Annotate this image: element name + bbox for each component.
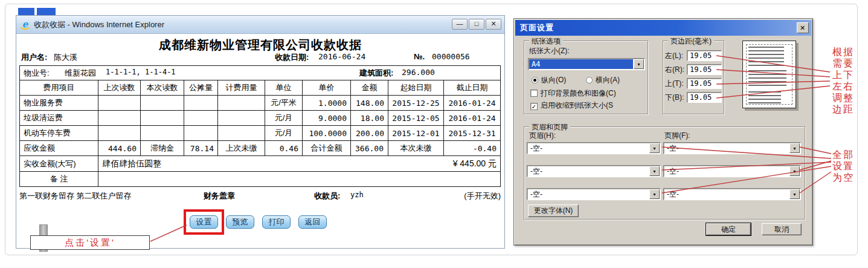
- margin-field-row: 左(L):: [665, 50, 722, 61]
- table-cell: 2015-12-01: [388, 126, 444, 141]
- margin-input[interactable]: [687, 50, 722, 61]
- checkbox-checked-icon[interactable]: ✓: [530, 103, 538, 110]
- margin-input[interactable]: [687, 64, 722, 75]
- annotation-line: 根据: [832, 46, 854, 57]
- table-cell: 366.00: [351, 141, 388, 156]
- area-label: 建筑面积:: [359, 68, 393, 79]
- table-cell: 9.0000: [303, 111, 351, 126]
- table-cell: 机动车停车费: [20, 126, 98, 141]
- print-background-label: 打印背景颜色和图像(C): [541, 89, 616, 97]
- header-select[interactable]: -空-▼: [527, 165, 661, 177]
- paper-size-select[interactable]: A4 ▼: [528, 58, 645, 70]
- ok-button[interactable]: 确定: [706, 223, 751, 235]
- column-header: 上次读数: [98, 80, 141, 96]
- shrink-to-fit-checkbox[interactable]: ✓启用收缩到纸张大小(S: [530, 100, 613, 111]
- receipt-no-label: №.: [414, 52, 425, 61]
- table-cell: 1.0000: [303, 96, 351, 111]
- preview-button[interactable]: 预览: [226, 215, 254, 229]
- table-cell: 元/月: [265, 126, 303, 141]
- combo-value: -空-: [528, 166, 649, 176]
- dialog-title: 页面设置: [520, 23, 554, 32]
- portrait-radio[interactable]: 纵向(O): [532, 75, 566, 85]
- print-background-checkbox[interactable]: 打印背景颜色和图像(C): [530, 88, 616, 99]
- paid-amount-row: 实收金额(大写) 肆佰肆拾伍圆整 ¥ 445.00 元: [20, 156, 501, 172]
- header-select[interactable]: -空-▼: [527, 188, 661, 200]
- finance-seal-label: 财务盖章: [204, 191, 235, 201]
- margin-label: 右(R):: [665, 65, 687, 75]
- margin-input[interactable]: [687, 78, 722, 89]
- table-cell: 2016-01-24: [444, 96, 501, 111]
- totals-row: 应收金额444.60滞纳金78.14上次未缴0.46合计金额366.00本次未缴…: [20, 141, 501, 156]
- user-label: 用户名:: [21, 52, 47, 63]
- action-buttons: 设置 预览 打印 返回: [190, 215, 327, 229]
- page-preview-thumbnail: [742, 41, 796, 108]
- fee-row: 机动车停车费元/月100.0000200.002015-12-012015-12…: [20, 126, 501, 141]
- maximize-button[interactable]: □: [469, 19, 484, 30]
- chevron-down-icon[interactable]: ▼: [789, 166, 800, 176]
- chevron-down-icon[interactable]: ▼: [649, 143, 660, 153]
- combo-value: -空-: [664, 166, 789, 176]
- radio-selected-icon[interactable]: [532, 77, 538, 83]
- table-cell: [141, 126, 184, 141]
- chevron-down-icon[interactable]: ▼: [649, 166, 660, 176]
- page-setup-dialog: 页面设置 ✕ 纸张选项 纸张大小(Z): A4 ▼ 纵向(O) 横向(A) 打印…: [513, 18, 813, 246]
- table-cell: 2015-12-25: [388, 96, 444, 111]
- footer-select[interactable]: -空-▼: [663, 165, 801, 177]
- receipt-page: 成都维新物业管理有限公司收款收据 用户名: 陈大溪 收款日期: 2016-06-…: [16, 34, 504, 248]
- table-cell: [98, 96, 141, 111]
- back-button[interactable]: 返回: [298, 215, 327, 229]
- change-font-button[interactable]: 更改字体(N): [528, 204, 579, 217]
- close-button[interactable]: ✕: [486, 19, 501, 30]
- margin-field-row: 右(R):: [665, 64, 722, 75]
- combo-value: -空-: [664, 143, 789, 153]
- annotation-line: 上下: [832, 69, 854, 80]
- margin-field-row: 下(B):: [665, 92, 722, 103]
- table-cell: [218, 111, 265, 126]
- paid-amount: ¥ 445.00 元: [453, 159, 497, 169]
- paid-label: 实收金额(大写): [20, 156, 98, 172]
- annotation-line: 全部: [832, 149, 854, 160]
- table-cell: 物业服务费: [20, 96, 98, 111]
- window-titlebar[interactable]: e 收款收据 - Windows Internet Explorer — □ ✕: [16, 16, 504, 34]
- table-cell: 18.00: [351, 111, 388, 126]
- footer-select[interactable]: -空-▼: [663, 188, 801, 200]
- paper-options-group: 纸张选项 纸张大小(Z): A4 ▼ 纵向(O) 横向(A) 打印背景颜色和图像…: [524, 41, 648, 114]
- column-header: 公摊量: [184, 80, 218, 96]
- chevron-down-icon[interactable]: ▼: [634, 59, 644, 69]
- annotation-line: 边距: [832, 103, 854, 115]
- column-header: 单位: [265, 80, 303, 96]
- column-header: 费用项目: [20, 80, 98, 96]
- dialog-close-icon[interactable]: ✕: [797, 22, 809, 33]
- minimize-button[interactable]: —: [452, 19, 468, 30]
- footer-select[interactable]: -空-▼: [663, 142, 801, 154]
- table-cell: 148.00: [351, 96, 388, 111]
- area-value: 296.000: [402, 68, 435, 77]
- dialog-titlebar[interactable]: 页面设置 ✕: [515, 20, 811, 36]
- portrait-label: 纵向(O): [541, 76, 566, 84]
- chevron-down-icon[interactable]: ▼: [649, 189, 660, 199]
- table-cell: [184, 111, 218, 126]
- chevron-down-icon[interactable]: ▼: [789, 189, 800, 199]
- table-cell: 应收金额: [20, 141, 98, 156]
- header-select[interactable]: -空-▼: [527, 142, 661, 154]
- receipt-table: 物业号: 维新花园 1-1-1-1, 1-1-4-1 建筑面积: 296.000…: [19, 65, 501, 187]
- print-button[interactable]: 打印: [262, 215, 291, 229]
- annotation-click-settings: 点击'设置': [30, 235, 150, 250]
- table-cell: [184, 126, 218, 141]
- settings-button[interactable]: 设置: [190, 215, 218, 229]
- table-cell: 元/月: [265, 111, 303, 126]
- chevron-down-icon[interactable]: ▼: [789, 143, 800, 153]
- preview-text-lines: [746, 44, 792, 105]
- cashier-value: yzh: [350, 191, 364, 199]
- date-value: 2016-06-24: [318, 52, 365, 61]
- radio-icon[interactable]: [586, 77, 593, 83]
- table-cell: [184, 96, 218, 111]
- margin-label: 左(L):: [665, 51, 687, 61]
- checkbox-unchecked-icon[interactable]: [530, 90, 538, 97]
- margin-input[interactable]: [687, 92, 722, 103]
- shrink-to-fit-label: 启用收缩到纸张大小(S: [541, 101, 613, 109]
- landscape-radio[interactable]: 横向(A): [586, 75, 620, 85]
- cancel-button[interactable]: 取消: [762, 223, 802, 235]
- table-header-row: 费用项目上次读数本次读数公摊量计费用量单位单价金额起始日期截止日期: [20, 80, 501, 96]
- date-label: 收款日期:: [275, 52, 309, 63]
